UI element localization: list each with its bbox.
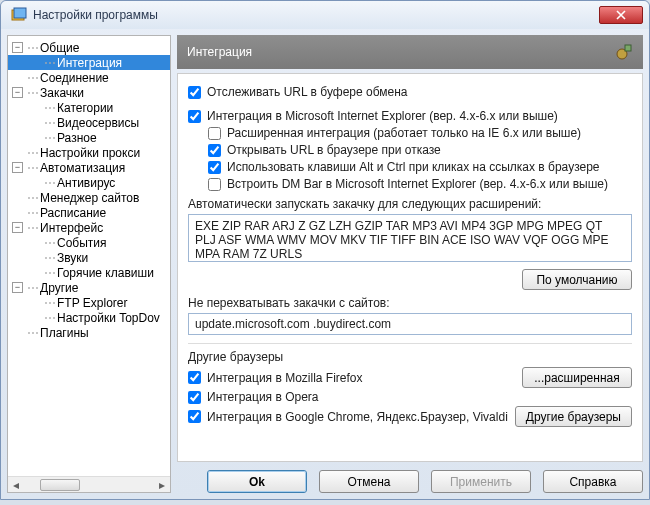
tree-item-label: Автоматизация [40,161,125,175]
browser-checkbox[interactable] [188,410,201,423]
tree-item-label: Настройки прокси [40,146,140,160]
auto-extensions-input[interactable]: EXE ZIP RAR ARJ Z GZ LZH GZIP TAR MP3 AV… [188,214,632,262]
help-button[interactable]: Справка [543,470,643,493]
other-browsers-header: Другие браузеры [188,350,632,364]
tree-item-label: FTP Explorer [57,296,127,310]
tree-toggle-icon[interactable]: − [12,282,23,293]
monitor-clipboard-label: Отслеживать URL в буфере обмена [207,85,408,99]
tree-item[interactable]: −⋯Другие [8,280,170,295]
gear-plug-icon [615,43,633,61]
titlebar: Настройки программы [1,1,649,29]
default-button[interactable]: По умолчанию [522,269,632,290]
tree-item-label: Видеосервисы [57,116,139,130]
tree-toggle-icon[interactable]: − [12,87,23,98]
tree-item[interactable]: ⋯Расписание [8,205,170,220]
cancel-button[interactable]: Отмена [319,470,419,493]
tree-item-label: Общие [40,41,79,55]
ie-option-label: Открывать URL в браузере при отказе [227,143,441,157]
tree-item[interactable]: ⋯Соединение [8,70,170,85]
skip-sites-input[interactable] [188,313,632,335]
scroll-thumb[interactable] [40,479,80,491]
tree-item[interactable]: ⋯Звуки [8,250,170,265]
ie-option-checkbox[interactable] [208,161,221,174]
tree-item-label: Менеджер сайтов [40,191,139,205]
tree-item-label: Звуки [57,251,88,265]
tree-item-label: Закачки [40,86,84,100]
tree-item[interactable]: −⋯Автоматизация [8,160,170,175]
browser-checkbox[interactable] [188,391,201,404]
tree-toggle-icon[interactable]: − [12,42,23,53]
scroll-left-icon[interactable]: ◂ [8,477,24,493]
ie-option-label: Расширенная интеграция (работает только … [227,126,581,140]
svg-rect-3 [625,45,631,51]
tree-item[interactable]: ⋯Видеосервисы [8,115,170,130]
browser-extra-button[interactable]: Другие браузеры [515,406,632,427]
tree-toggle-icon[interactable]: − [12,162,23,173]
monitor-clipboard-checkbox[interactable] [188,86,201,99]
tree-item-label: Разное [57,131,97,145]
scroll-right-icon[interactable]: ▸ [154,477,170,493]
tree-item-label: Настройки TopDov [57,311,160,325]
tree-item[interactable]: ⋯Интеграция [8,55,170,70]
tree-item[interactable]: −⋯Закачки [8,85,170,100]
tree-item[interactable]: ⋯Менеджер сайтов [8,190,170,205]
tree-item[interactable]: ⋯FTP Explorer [8,295,170,310]
ie-option-checkbox[interactable] [208,178,221,191]
ie-option-label: Использовать клавиши Alt и Ctrl при клик… [227,160,600,174]
tree-item[interactable]: ⋯Настройки прокси [8,145,170,160]
tree-item[interactable]: ⋯События [8,235,170,250]
tree-item[interactable]: ⋯Разное [8,130,170,145]
ie-option-checkbox[interactable] [208,144,221,157]
browser-extra-button[interactable]: ...расширенная [522,367,632,388]
tree-item-label: Интеграция [57,56,122,70]
tree-item[interactable]: ⋯Горячие клавиши [8,265,170,280]
browser-checkbox[interactable] [188,371,201,384]
skip-sites-label: Не перехватывать закачки с сайтов: [188,296,632,310]
browser-label: Интеграция в Google Chrome, Яндекс.Брауз… [207,410,508,424]
tree-item-label: Плагины [40,326,89,340]
panel-header: Интеграция [177,35,643,69]
tree-hscroll[interactable]: ◂ ▸ [8,476,170,492]
tree-item[interactable]: ⋯Настройки TopDov [8,310,170,325]
browser-label: Интеграция в Mozilla Firefox [207,371,362,385]
tree-item[interactable]: ⋯Категории [8,100,170,115]
ok-button[interactable]: Ok [207,470,307,493]
tree-item-label: Соединение [40,71,109,85]
browser-label: Интеграция в Opera [207,390,318,404]
tree-item-label: Антивирус [57,176,115,190]
tree-item-label: Категории [57,101,113,115]
tree-item[interactable]: ⋯Плагины [8,325,170,340]
apply-button[interactable]: Применить [431,470,531,493]
tree-item[interactable]: −⋯Общие [8,40,170,55]
tree-item-label: Интерфейс [40,221,103,235]
ie-integration-checkbox[interactable] [188,110,201,123]
tree-item-label: Горячие клавиши [57,266,154,280]
nav-tree[interactable]: −⋯Общие⋯Интеграция⋯Соединение−⋯Закачки⋯К… [7,35,171,493]
divider [188,343,632,344]
tree-item[interactable]: ⋯Антивирус [8,175,170,190]
ie-option-checkbox[interactable] [208,127,221,140]
tree-item[interactable]: −⋯Интерфейс [8,220,170,235]
close-button[interactable] [599,6,643,24]
svg-rect-1 [14,8,26,18]
panel-title: Интеграция [187,45,252,59]
ie-integration-label: Интеграция в Microsoft Internet Explorer… [207,109,558,123]
auto-extensions-label: Автоматически запускать закачку для след… [188,197,632,211]
app-icon [11,7,27,23]
tree-item-label: Расписание [40,206,106,220]
window-title: Настройки программы [33,8,158,22]
tree-item-label: Другие [40,281,78,295]
ie-option-label: Встроить DM Bar в Microsoft Internet Exp… [227,177,608,191]
tree-toggle-icon[interactable]: − [12,222,23,233]
tree-item-label: События [57,236,107,250]
